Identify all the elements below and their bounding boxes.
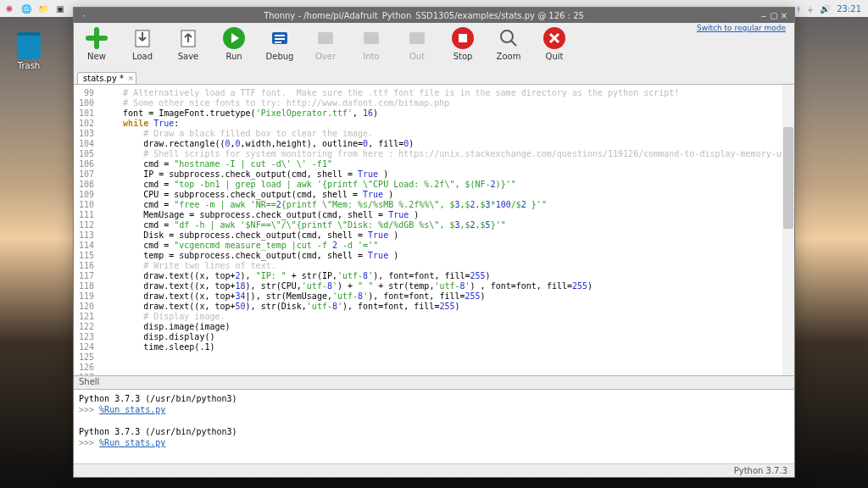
file-manager-icon[interactable]: 📁: [37, 3, 49, 14]
window-menu-icon[interactable]: ·: [79, 11, 89, 20]
step-out-icon: [405, 26, 429, 50]
stop-icon: [451, 26, 475, 50]
debug-button[interactable]: Debug: [264, 26, 296, 61]
step-into-icon: [359, 26, 383, 50]
clock: 23:21: [837, 4, 861, 14]
titlebar[interactable]: · Thonny - /home/pi/Adafruit_Python_SSD1…: [74, 8, 794, 23]
load-icon: [131, 26, 154, 50]
raspberry-menu-icon[interactable]: ❋: [3, 3, 15, 14]
step-over-icon: [314, 26, 337, 50]
close-icon[interactable]: ×: [127, 74, 134, 82]
tab-stats-py[interactable]: stats.py * ×: [77, 72, 136, 84]
line-gutter: 9910010110210310410510610710810911011111…: [74, 85, 97, 375]
desktop-trash[interactable]: Trash: [17, 32, 41, 70]
plus-icon: [85, 26, 108, 50]
window-title: Thonny - /home/pi/Adafruit_Python_SSD130…: [89, 11, 759, 20]
run-button[interactable]: Run: [218, 26, 250, 61]
quit-button[interactable]: Quit: [538, 26, 570, 61]
stop-button[interactable]: Stop: [447, 26, 479, 61]
bluetooth-icon[interactable]: ᚼ: [796, 4, 801, 14]
step-into-button: Into: [355, 26, 387, 61]
terminal-icon[interactable]: ▣: [54, 3, 66, 14]
debug-icon: [268, 26, 292, 50]
step-over-button: Over: [309, 26, 342, 61]
save-icon: [176, 26, 200, 50]
code-area[interactable]: # Alternatively load a TTF font. Make su…: [97, 85, 794, 375]
close-button[interactable]: ×: [779, 11, 789, 20]
volume-icon[interactable]: 🔊: [820, 4, 830, 14]
svg-point-12: [501, 30, 513, 42]
step-out-button: Out: [401, 26, 433, 61]
scrollbar-thumb[interactable]: [783, 127, 793, 229]
web-browser-icon[interactable]: 🌐: [20, 3, 32, 14]
svg-rect-4: [275, 35, 285, 36]
maximize-button[interactable]: ▢: [769, 11, 779, 20]
thonny-window: · Thonny - /home/pi/Adafruit_Python_SSD1…: [73, 7, 795, 478]
statusbar: Python 3.7.3: [74, 463, 794, 477]
status-python-version: Python 3.7.3: [734, 466, 787, 475]
switch-mode-link[interactable]: Switch to regular mode: [697, 25, 786, 33]
quit-icon: [542, 26, 566, 50]
zoom-button[interactable]: Zoom: [492, 26, 525, 61]
svg-rect-7: [318, 32, 333, 44]
save-button[interactable]: Save: [172, 26, 204, 61]
new-button[interactable]: New: [81, 26, 113, 61]
minimize-button[interactable]: ‒: [759, 11, 769, 20]
toolbar: New Load Save Run Debug Over Into Out: [74, 23, 794, 69]
editor-tabstrip: stats.py * ×: [74, 69, 794, 84]
wifi-icon[interactable]: ⏚: [808, 4, 813, 14]
svg-rect-9: [409, 32, 425, 44]
load-button[interactable]: Load: [126, 26, 159, 61]
code-editor[interactable]: 9910010110210310410510610710810911011111…: [74, 84, 794, 375]
shell-panel[interactable]: Python 3.7.3 (/usr/bin/python3)>>> %Run …: [74, 389, 794, 463]
svg-rect-5: [275, 38, 285, 40]
tab-label: stats.py *: [83, 74, 124, 83]
trash-label: Trash: [17, 61, 41, 70]
play-icon: [222, 26, 246, 50]
magnifier-icon: [497, 26, 520, 50]
editor-scrollbar[interactable]: [782, 85, 794, 375]
svg-rect-8: [364, 32, 379, 44]
svg-rect-11: [459, 34, 467, 42]
trash-icon: [17, 32, 41, 59]
shell-header: Shell: [74, 375, 794, 389]
svg-rect-6: [275, 42, 281, 43]
